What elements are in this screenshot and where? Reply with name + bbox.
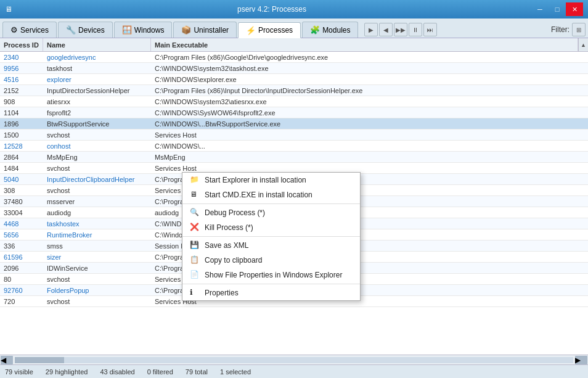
horizontal-scrollbar[interactable]: ◀ ▶	[0, 355, 588, 364]
h-scroll-right[interactable]: ▶	[575, 356, 587, 364]
ctx-props-label: Properties	[205, 289, 239, 297]
uninstaller-icon: 📦	[181, 25, 191, 35]
context-menu: 📁 Start Explorer in install location 🖥 S…	[182, 172, 361, 301]
tab-services[interactable]: ⚙ Services	[2, 22, 57, 38]
cell-name: taskhostex	[43, 218, 151, 229]
col-header-name[interactable]: Name	[43, 38, 151, 51]
table-area: SnapFiles 2340googledrivesyncC:\Program …	[0, 52, 588, 364]
tab-processes-label: Processes	[258, 26, 293, 35]
cell-main: C:\Program Files (x86)\Google\Drive\goog…	[151, 52, 588, 62]
cell-pid: 33004	[0, 207, 43, 218]
cell-pid: 80	[0, 274, 43, 284]
app-icon: 🖥	[5, 5, 12, 14]
ctx-start-cmd-label: Start CMD.EXE in install location	[205, 191, 312, 199]
ctx-separator-3	[182, 284, 360, 284]
table-row[interactable]: 2152InputDirectorSessionHelperC:\Program…	[0, 85, 588, 96]
status-visible: 79 visible	[5, 368, 33, 376]
table-row[interactable]: 1896BtwRSupportServiceC:\WINDOWS\...BtwR…	[0, 118, 588, 129]
cell-pid: 1896	[0, 118, 43, 129]
tab-windows-label: Windows	[134, 26, 165, 35]
tab-processes[interactable]: ⚡ Processes	[238, 22, 301, 38]
maximize-button[interactable]: □	[549, 2, 566, 16]
ctx-file-label: Show File Properties in Windows Explorer	[205, 271, 342, 279]
cell-pid: 5656	[0, 229, 43, 240]
cell-name: MsMpEng	[43, 152, 151, 162]
ctx-props-icon: ℹ	[190, 288, 200, 298]
cell-main: C:\WINDOWS\SysWOW64\fsproflt2.exe	[151, 107, 588, 118]
cell-pid: 2152	[0, 85, 43, 96]
cell-pid: 37480	[0, 196, 43, 207]
cell-name: conhost	[43, 141, 151, 151]
cell-name: atiesrxx	[43, 96, 151, 107]
filter-icon[interactable]: ⊞	[572, 23, 586, 36]
cell-name: FoldersPopup	[43, 285, 151, 295]
cell-name: InputDirectorClipboardHelper	[43, 174, 151, 184]
ctx-save-xml[interactable]: 💾 Save as XML	[182, 238, 360, 253]
pause-button[interactable]: ⏸	[409, 23, 422, 36]
status-disabled: 43 disabled	[100, 368, 134, 376]
cell-pid: 336	[0, 240, 43, 251]
cell-name: audiodg	[43, 207, 151, 218]
modules-icon: 🧩	[310, 25, 320, 35]
ctx-debug-process[interactable]: 🔍 Debug Process (*)	[182, 205, 360, 220]
devices-icon: 🔧	[66, 25, 76, 35]
scroll-right-arrow[interactable]: ▲	[578, 38, 588, 51]
back-button[interactable]: ◀	[379, 23, 393, 36]
table-row[interactable]: 9956taskhostC:\WINDOWS\system32\taskhost…	[0, 63, 588, 74]
cell-name: BtwRSupportService	[43, 118, 151, 129]
cell-name: fsproflt2	[43, 107, 151, 118]
cell-name: svchost	[43, 274, 151, 284]
ctx-properties[interactable]: ℹ Properties	[182, 286, 360, 300]
tab-services-label: Services	[20, 26, 49, 35]
h-scroll-track[interactable]	[15, 357, 573, 363]
tab-modules[interactable]: 🧩 Modules	[302, 22, 358, 38]
ctx-save-label: Save as XML	[205, 241, 248, 250]
ctx-separator-2	[182, 236, 360, 237]
cell-pid: 12528	[0, 141, 43, 151]
ctx-start-cmd[interactable]: 🖥 Start CMD.EXE in install location	[182, 187, 360, 202]
processes-icon: ⚡	[246, 26, 256, 35]
cell-name: taskhost	[43, 63, 151, 73]
cell-name: svchost	[43, 185, 151, 195]
tab-devices[interactable]: 🔧 Devices	[58, 22, 113, 38]
table-row[interactable]: 1104fsproflt2C:\WINDOWS\SysWOW64\fsprofl…	[0, 107, 588, 118]
table-row[interactable]: 12528conhostC:\WINDOWS\...	[0, 141, 588, 152]
tab-uninstaller-label: Uninstaller	[194, 26, 229, 35]
ctx-start-explorer[interactable]: 📁 Start Explorer in install location	[182, 173, 360, 187]
ctx-kill-process[interactable]: ❌ Kill Process (*)	[182, 220, 360, 235]
table-row[interactable]: 908atiesrxxC:\WINDOWS\system32\atiesrxx.…	[0, 96, 588, 107]
table-row[interactable]: 1500svchostServices Host	[0, 129, 588, 141]
col-header-main[interactable]: Main Executable	[151, 38, 578, 51]
fast-forward-button[interactable]: ⏭	[423, 23, 437, 36]
ctx-start-explorer-label: Start Explorer in install location	[205, 176, 306, 184]
close-button[interactable]: ✕	[566, 2, 583, 16]
ctx-kill-label: Kill Process (*)	[205, 223, 253, 232]
ctx-start-explorer-icon: 📁	[190, 175, 200, 185]
tab-uninstaller[interactable]: 📦 Uninstaller	[173, 22, 237, 38]
table-row[interactable]: 4516explorerC:\WINDOWS\explorer.exe	[0, 74, 588, 85]
ctx-file-icon: 📄	[190, 270, 200, 280]
ctx-show-file-props[interactable]: 📄 Show File Properties in Windows Explor…	[182, 268, 360, 282]
forward-button[interactable]: ▶▶	[394, 23, 407, 36]
status-selected: 1 selected	[220, 368, 251, 376]
minimize-button[interactable]: ─	[531, 2, 549, 16]
tab-windows[interactable]: 🪟 Windows	[114, 22, 173, 38]
h-scroll-thumb[interactable]	[15, 357, 64, 363]
cell-name: svchost	[43, 296, 151, 306]
tab-devices-label: Devices	[78, 26, 105, 35]
cell-name: InputDirectorSessionHelper	[43, 85, 151, 96]
cell-pid: 4516	[0, 74, 43, 84]
col-header-pid[interactable]: Process ID	[0, 38, 43, 51]
cell-pid: 1484	[0, 163, 43, 173]
cell-name: svchost	[43, 163, 151, 173]
tabbar: ⚙ Services 🔧 Devices 🪟 Windows 📦 Uninsta…	[0, 18, 588, 38]
h-scroll-left[interactable]: ◀	[1, 356, 13, 364]
titlebar-controls: ─ □ ✕	[531, 2, 583, 16]
services-icon: ⚙	[10, 25, 18, 35]
table-row[interactable]: 2864MsMpEngMsMpEng	[0, 152, 588, 163]
play-button[interactable]: ▶	[364, 23, 378, 36]
table-row[interactable]: 2340googledrivesyncC:\Program Files (x86…	[0, 52, 588, 63]
cell-pid: 1500	[0, 129, 43, 140]
ctx-copy-clipboard[interactable]: 📋 Copy to clipboard	[182, 253, 360, 268]
cell-main: C:\WINDOWS\system32\atiesrxx.exe	[151, 96, 588, 107]
